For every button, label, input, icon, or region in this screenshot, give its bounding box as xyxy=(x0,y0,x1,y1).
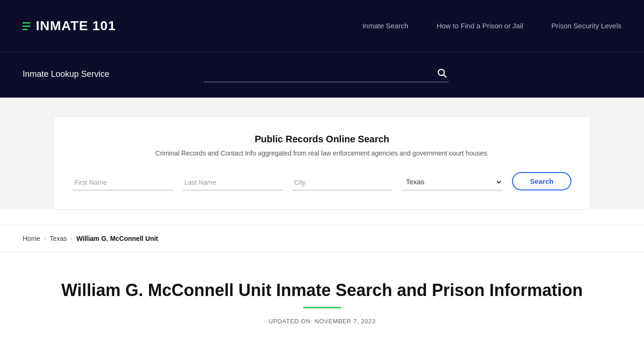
search-section: Inmate Lookup Service xyxy=(0,52,644,98)
breadcrumb-state[interactable]: Texas xyxy=(50,235,67,242)
nav-inmate-search[interactable]: Inmate Search xyxy=(363,22,409,30)
public-records-title: Public Records Online Search xyxy=(73,134,571,145)
logo-link[interactable]: INMATE 101 xyxy=(23,18,116,33)
breadcrumb-chevron-2: › xyxy=(71,235,73,242)
search-bar-wrapper xyxy=(204,66,449,82)
first-name-input[interactable] xyxy=(73,174,173,190)
city-input[interactable] xyxy=(292,174,393,190)
breadcrumb-chevron-1: › xyxy=(44,235,46,242)
state-select[interactable]: Texas California Florida New York Illino… xyxy=(402,173,503,190)
public-records-box: Public Records Online Search Criminal Re… xyxy=(53,116,591,210)
search-form: Texas California Florida New York Illino… xyxy=(73,172,571,190)
breadcrumb-current: William G. McConnell Unit xyxy=(76,235,158,242)
nav-prison-security[interactable]: Prison Security Levels xyxy=(552,22,621,30)
page-main-title: William G. McConnell Unit Inmate Search … xyxy=(23,280,621,300)
search-icon xyxy=(437,68,447,78)
last-name-input[interactable] xyxy=(182,174,283,190)
state-field: Texas California Florida New York Illino… xyxy=(402,173,503,190)
svg-line-1 xyxy=(444,75,446,77)
search-section-label: Inmate Lookup Service xyxy=(23,69,109,79)
public-records-search-button[interactable]: Search xyxy=(512,172,571,190)
first-name-field xyxy=(73,174,173,190)
logo-icon xyxy=(23,22,30,30)
last-name-field xyxy=(182,174,283,190)
main-content: Public Records Online Search Criminal Re… xyxy=(0,98,644,210)
logo-text: INMATE 101 xyxy=(36,18,116,33)
navbar: INMATE 101 Inmate Search How to Find a P… xyxy=(0,0,644,52)
breadcrumb-home[interactable]: Home xyxy=(23,235,40,242)
search-icon-button[interactable] xyxy=(435,66,449,82)
breadcrumb-section: Home › Texas › William G. McConnell Unit xyxy=(0,225,644,252)
title-underline xyxy=(303,307,341,308)
public-records-subtitle: Criminal Records and Contact Info aggreg… xyxy=(73,149,571,157)
search-input[interactable] xyxy=(204,66,449,82)
nav-links: Inmate Search How to Find a Prison or Ja… xyxy=(363,22,621,30)
page-title-section: William G. McConnell Unit Inmate Search … xyxy=(0,252,644,344)
nav-how-to-find[interactable]: How to Find a Prison or Jail xyxy=(437,22,523,30)
city-field xyxy=(292,174,393,190)
page-updated: UPDATED ON: NOVEMBER 7, 2023 xyxy=(23,318,621,325)
breadcrumb: Home › Texas › William G. McConnell Unit xyxy=(23,235,621,242)
